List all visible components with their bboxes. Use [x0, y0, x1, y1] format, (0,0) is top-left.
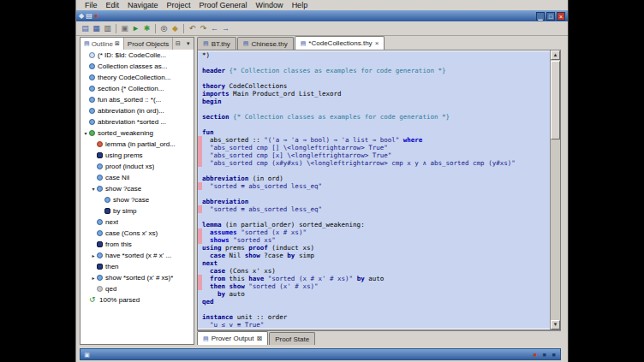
menu-edit[interactable]: Edit [102, 1, 124, 9]
debug-icon[interactable]: ✱ [141, 23, 152, 34]
close-icon[interactable]: ⊠ [115, 40, 120, 47]
menu-window[interactable]: Window [252, 1, 288, 9]
run-icon[interactable]: ► [130, 23, 141, 34]
redo-icon[interactable]: ↷ [198, 23, 209, 34]
tree-item[interactable]: Collection classes as... [80, 61, 194, 72]
tree-item[interactable]: case (Cons x' xs) [80, 228, 194, 239]
expanded-arrow-icon[interactable]: ▾ [90, 186, 97, 192]
tab-proof-state[interactable]: Proof State [269, 332, 315, 345]
code-line[interactable]: abbreviation [198, 198, 550, 205]
code-line[interactable] [198, 306, 550, 313]
menu-navigate[interactable]: Navigate [123, 1, 163, 9]
scroll-down-icon[interactable]: ▼ [551, 320, 560, 329]
tab-outline[interactable]: ▤Outline⊠ [80, 38, 124, 50]
search-icon[interactable]: ◎ [158, 23, 170, 34]
tab-bt-thy[interactable]: ▤BT.thy [197, 37, 236, 50]
code-line[interactable] [198, 213, 550, 221]
code-line[interactable]: "u ≤ v ≡ True" [198, 321, 550, 329]
maximize-button[interactable]: □ [546, 12, 555, 21]
code-line[interactable]: qed [198, 298, 550, 306]
code-line[interactable] [198, 74, 550, 82]
close-button[interactable]: × [557, 12, 565, 21]
tree-item[interactable]: ▸have *sorted (x # x' ... [80, 250, 194, 261]
collapsed-arrow-icon[interactable]: ▸ [90, 252, 97, 258]
tree-item[interactable]: abbreviation (in ord)... [80, 105, 194, 116]
code-line[interactable]: "sorted ≡ abs_sorted less_eq" [198, 205, 550, 213]
code-line[interactable]: "abs_sorted cmp (x#y#xs) \<longleftright… [198, 159, 550, 167]
code-line[interactable] [198, 121, 550, 128]
code-line[interactable]: case (Cons x' xs) [198, 267, 550, 275]
tree-item[interactable]: using prems [80, 150, 194, 161]
status-aux2-icon[interactable]: ■ [550, 351, 558, 359]
tree-item[interactable]: qed [80, 283, 194, 294]
minimize-button[interactable]: ▁ [536, 12, 545, 21]
menu-help[interactable]: Help [288, 1, 313, 9]
close-icon[interactable]: × [375, 39, 379, 47]
tree-item[interactable]: next [80, 217, 194, 228]
print-icon[interactable]: ▥ [102, 23, 113, 34]
code-line[interactable]: abbreviation (in ord) [198, 175, 550, 182]
code-line[interactable]: then show "sorted (x' # xs)" [198, 282, 550, 290]
code-line[interactable]: shows "sorted xs" [198, 236, 550, 244]
tree-item[interactable]: show ?case [80, 194, 194, 205]
code-line[interactable]: instance unit :: order [198, 313, 550, 321]
code-line[interactable]: abs_sorted :: "('a ⇒ 'a ⇒ bool) ⇒ 'a lis… [198, 136, 550, 144]
tree-item[interactable]: then [80, 261, 194, 272]
title-bar[interactable]: ◆▤● ▁□× [76, 10, 568, 21]
scroll-up-icon[interactable]: ▲ [551, 50, 560, 60]
tree-item[interactable]: ↺100% parsed [80, 294, 194, 306]
menu-proof-general[interactable]: Proof General [195, 1, 252, 9]
tab-prover-output[interactable]: ▤Prover Output⊠ [197, 331, 268, 345]
build-icon[interactable]: ▣ [119, 23, 130, 34]
code-line[interactable]: by auto [198, 290, 550, 298]
bookmark-icon[interactable]: ◆ [170, 23, 181, 34]
code-line[interactable]: "abs_sorted cmp [] \<longleftrightarrow>… [198, 144, 550, 151]
menu-file[interactable]: File [80, 1, 102, 9]
tab-chinese-thy[interactable]: ▤Chinese.thy [237, 37, 294, 50]
editor-body[interactable]: *)header {* Collection classes as exampl… [197, 50, 561, 330]
tree-item[interactable]: lemma (in partial_ord... [80, 139, 194, 150]
code-line[interactable]: *) [198, 51, 550, 59]
close-icon[interactable]: ⊠ [256, 335, 262, 342]
code-line[interactable]: "sorted ≡ abs_sorted less_eq" [198, 182, 550, 190]
status-aux-icon[interactable]: ■ [540, 351, 548, 359]
scrollbar-thumb[interactable] [551, 61, 560, 139]
tree-item[interactable]: case Nil [80, 172, 194, 183]
tree-item[interactable]: by simp [80, 205, 194, 217]
tree-item[interactable]: fun abs_sorted :: *(... [80, 94, 194, 105]
menu-project[interactable]: Project [163, 1, 195, 9]
back-icon[interactable]: ← [209, 23, 220, 34]
expanded-arrow-icon[interactable]: ▾ [82, 130, 89, 136]
code-line[interactable]: "abs_sorted cmp [x] \<longleftrightarrow… [198, 151, 550, 159]
code-line[interactable] [198, 59, 550, 67]
code-line[interactable]: section {* Collection classes as example… [198, 113, 550, 121]
editor-vertical-scrollbar[interactable]: ▲ ▼ [550, 50, 560, 329]
tab-proof-objects[interactable]: Proof Objects [124, 38, 173, 50]
collapse-all-icon[interactable]: ⊟ [173, 39, 182, 49]
tab-codecollections-thy[interactable]: ▤*CodeCollections.thy× [295, 36, 385, 50]
code-line[interactable]: from this have "sorted (x # x' # xs)" by… [198, 275, 550, 282]
code-line[interactable]: theory CodeCollections [198, 82, 550, 90]
tree-item[interactable]: (* ID: $Id: CodeColle... [80, 50, 194, 61]
undo-icon[interactable]: ↶ [187, 23, 198, 34]
new-file-icon[interactable]: ▤ [80, 23, 91, 34]
code-line[interactable]: lemma (in partial_order) sorted_weakenin… [198, 221, 550, 228]
tree-item[interactable]: theory CodeCollection... [80, 72, 194, 83]
collapsed-arrow-icon[interactable]: ▸ [90, 275, 97, 281]
code-line[interactable]: assumes "sorted (x # xs)" [198, 228, 550, 236]
code-line[interactable]: begin [198, 98, 550, 105]
tree-item[interactable]: proof (induct xs) [80, 161, 194, 172]
code-line[interactable]: header {* Collection classes as examples… [198, 67, 550, 74]
tree-item[interactable]: section {* Collection... [80, 83, 194, 94]
tree-item[interactable]: from this [80, 239, 194, 250]
code-line[interactable]: using prems proof (induct xs) [198, 244, 550, 252]
tree-item[interactable]: ▾show ?case [80, 183, 194, 194]
tree-item[interactable]: ▾sorted_weakening [80, 128, 194, 139]
code-line[interactable]: fun [198, 128, 550, 136]
code-line[interactable]: imports Main Product_ord List_lexord [198, 90, 550, 98]
view-menu-icon[interactable]: ▾ [183, 39, 193, 49]
status-alert-icon[interactable]: ■ [531, 351, 539, 359]
code-line[interactable] [198, 105, 550, 113]
code-area[interactable]: *)header {* Collection classes as exampl… [198, 51, 550, 329]
save-icon[interactable]: ▦ [91, 23, 102, 34]
